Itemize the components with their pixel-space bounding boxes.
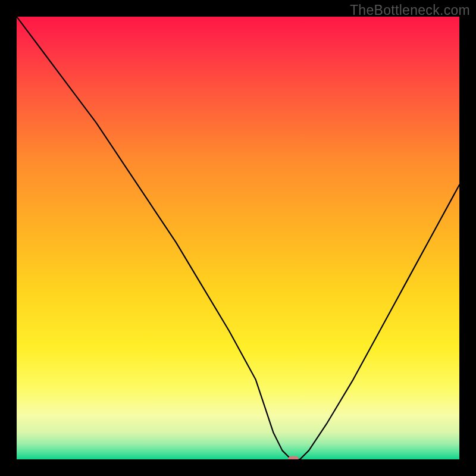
chart-container: [17, 17, 459, 459]
chart-background: [17, 17, 459, 459]
optimal-point-marker: [288, 456, 299, 459]
watermark-text: TheBottleneck.com: [350, 2, 470, 18]
bottleneck-chart: [17, 17, 459, 459]
